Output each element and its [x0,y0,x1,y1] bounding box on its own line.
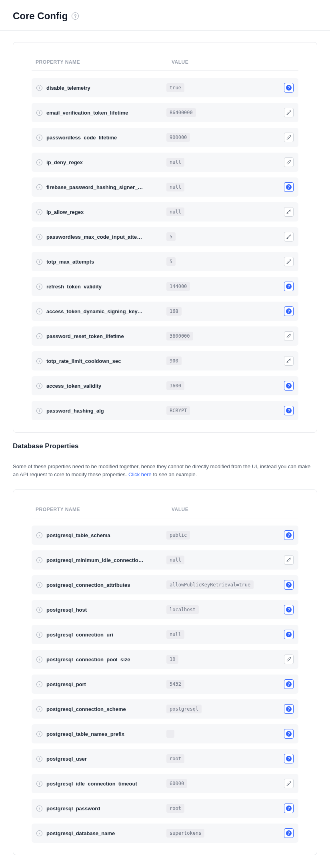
help-button[interactable]: ? [284,804,294,813]
desc-text-post: to see an example. [152,471,197,477]
table-row: iip_allow_regexnull [32,202,298,222]
action-cell: ? [284,580,294,590]
property-value-cell: 900 [166,356,284,365]
help-button[interactable]: ? [284,754,294,763]
help-button[interactable]: ? [284,605,294,614]
info-icon[interactable]: i [36,582,42,588]
property-value-cell: 5 [166,232,284,241]
info-icon[interactable]: i [36,110,42,116]
info-icon[interactable]: i [36,756,42,762]
info-icon[interactable]: i [36,284,42,290]
info-icon[interactable]: i [36,681,42,687]
column-header-name: PROPERTY NAME [36,507,172,512]
pencil-icon [286,160,291,165]
help-button[interactable]: ? [284,83,294,93]
table-header: PROPERTY NAME VALUE [32,56,298,71]
property-value: 144000 [166,282,190,291]
property-value-cell: null [166,158,284,167]
help-button[interactable]: ? [284,530,294,540]
info-icon[interactable]: i [36,333,42,339]
info-icon[interactable]: i [36,657,42,663]
edit-button[interactable] [284,655,294,664]
property-value-cell: null [166,556,284,564]
pencil-icon [286,209,291,214]
info-icon[interactable]: i [36,85,42,91]
help-button[interactable]: ? [284,729,294,739]
help-button[interactable]: ? [284,182,294,192]
property-name: totp_rate_limit_cooldown_sec [46,358,166,364]
action-cell: ? [284,630,294,639]
action-cell [284,356,294,366]
info-icon[interactable]: i [36,209,42,215]
core-config-card: PROPERTY NAME VALUE idisable_telemetrytr… [13,42,317,433]
edit-button[interactable] [284,331,294,341]
property-name: access_token_dynamic_signing_key… [46,308,166,314]
example-link[interactable]: Click here [128,471,152,477]
action-cell: ? [284,754,294,763]
edit-button[interactable] [284,207,294,217]
info-icon[interactable]: i [36,806,42,812]
help-button[interactable]: ? [284,679,294,689]
edit-button[interactable] [284,555,294,565]
help-button[interactable]: ? [284,580,294,590]
info-icon[interactable]: i [36,358,42,364]
property-value: BCRYPT [166,406,190,415]
help-button[interactable]: ? [284,704,294,714]
info-icon[interactable]: i [36,557,42,563]
db-config-card: PROPERTY NAME VALUE ipostgresql_table_sc… [13,489,317,855]
info-icon[interactable]: i [36,830,42,836]
property-name: postgresql_connection_scheme [46,706,166,712]
property-name: postgresql_connection_uri [46,632,166,638]
action-cell [284,207,294,217]
info-icon[interactable]: i [36,135,42,141]
table-row: iaccess_token_validity3600? [32,376,298,395]
info-icon[interactable]: i [36,259,42,265]
info-icon[interactable]: i [36,731,42,737]
action-cell [284,655,294,664]
help-button[interactable]: ? [284,406,294,415]
property-value-cell: 3600000 [166,332,284,340]
question-icon: ? [286,756,292,761]
table-row: irefresh_token_validity144000? [32,277,298,296]
table-row: ipostgresql_connection_schemepostgresql? [32,699,298,719]
info-icon[interactable]: i [36,184,42,190]
action-cell: ? [284,406,294,415]
db-section-title: Database Properties [0,442,330,450]
help-button[interactable]: ? [284,381,294,391]
info-icon[interactable]: i [36,781,42,787]
info-icon[interactable]: i [36,532,42,538]
help-button[interactable]: ? [284,630,294,639]
info-icon[interactable]: i [36,706,42,712]
info-icon[interactable]: i [36,159,42,165]
info-icon[interactable]: i [36,408,42,414]
edit-button[interactable] [284,779,294,788]
help-icon[interactable]: ? [72,12,79,20]
help-button[interactable]: ? [284,828,294,838]
edit-button[interactable] [284,257,294,266]
info-icon[interactable]: i [36,607,42,613]
edit-button[interactable] [284,108,294,117]
property-name: ip_deny_regex [46,159,166,165]
info-icon[interactable]: i [36,383,42,389]
edit-button[interactable] [284,356,294,366]
edit-button[interactable] [284,133,294,142]
column-header-value: VALUE [172,507,294,512]
property-name: postgresql_database_name [46,830,166,836]
help-button[interactable]: ? [284,282,294,291]
property-value: 900000 [166,133,190,142]
pencil-icon [286,135,291,140]
info-icon[interactable]: i [36,308,42,314]
property-value: 5 [166,232,176,241]
edit-button[interactable] [284,232,294,242]
table-row: ipostgresql_connection_pool_size10 [32,650,298,669]
property-name: access_token_validity [46,383,166,389]
info-icon[interactable]: i [36,234,42,240]
table-row: ipostgresql_userroot? [32,749,298,768]
edit-button[interactable] [284,157,294,167]
help-button[interactable]: ? [284,306,294,316]
property-value-cell: postgresql [166,705,284,713]
property-value-cell: supertokens [166,829,284,838]
info-icon[interactable]: i [36,632,42,638]
pencil-icon [286,657,291,662]
action-cell [284,779,294,788]
